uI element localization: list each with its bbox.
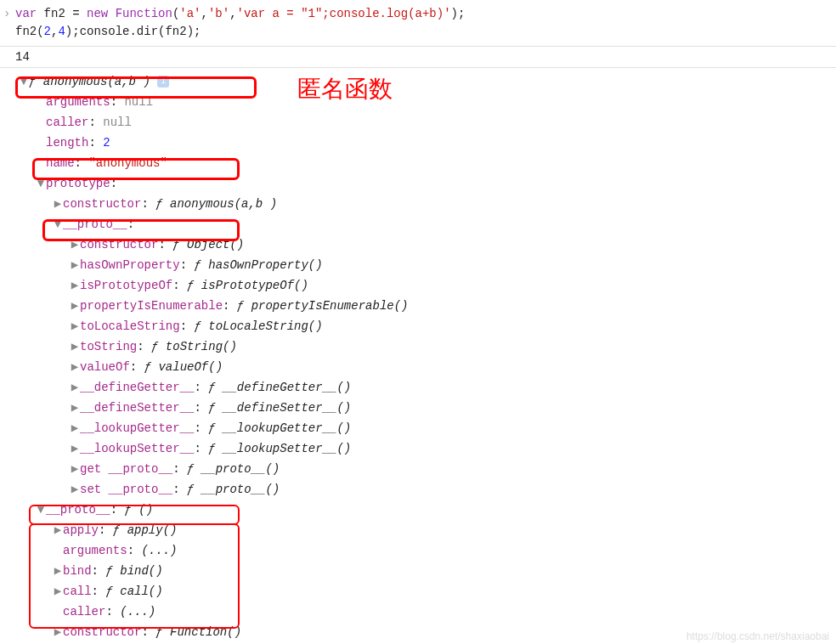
tree-item[interactable]: ▶__defineSetter__: ƒ __defineSetter__() (15, 398, 829, 418)
annotation-label: 匿名函数 (297, 73, 393, 105)
tree-item[interactable]: ▶__lookupSetter__: ƒ __lookupSetter__() (15, 438, 829, 459)
collapse-arrow-icon[interactable]: ▶ (53, 194, 63, 214)
expand-arrow-icon[interactable]: ▼ (19, 71, 29, 92)
tree-root[interactable]: ▼ƒ anonymous(a,b ) i (15, 71, 829, 92)
tree-item[interactable]: ▶apply: ƒ apply() (15, 520, 829, 540)
prompt-icon: › (3, 5, 10, 23)
tree-item[interactable]: ▶__lookupGetter__: ƒ __lookupGetter__() (15, 418, 829, 438)
collapse-arrow-icon[interactable]: ▶ (53, 581, 63, 602)
object-tree: ▼ƒ anonymous(a,b ) i arguments: null cal… (0, 68, 836, 644)
collapse-arrow-icon[interactable]: ▶ (70, 234, 80, 255)
prop-proto[interactable]: ▼__proto__: (15, 214, 829, 234)
tree-item[interactable]: ▶__defineGetter__: ƒ __defineGetter__() (15, 377, 829, 398)
tree-item[interactable]: ▶toString: ƒ toString() (15, 336, 829, 357)
tree-item[interactable]: ▶constructor: ƒ Object() (15, 234, 829, 255)
collapse-arrow-icon[interactable]: ▶ (70, 255, 80, 275)
collapse-arrow-icon[interactable]: ▶ (53, 622, 63, 642)
collapse-arrow-icon[interactable]: ▶ (70, 479, 80, 500)
collapse-arrow-icon[interactable]: ▶ (70, 377, 80, 398)
tree-item[interactable]: ▶set __proto__: ƒ __proto__() (15, 479, 829, 500)
tree-item[interactable]: caller: (...) (15, 602, 829, 622)
tree-item[interactable]: ▶toLocaleString: ƒ toLocaleString() (15, 316, 829, 336)
tree-item[interactable]: ▶call: ƒ call() (15, 581, 829, 602)
expand-arrow-icon[interactable]: ▼ (53, 214, 63, 234)
watermark: https://blog.csdn.net/shaxiaobai (686, 630, 829, 642)
collapse-arrow-icon[interactable]: ▶ (70, 438, 80, 459)
expand-arrow-icon[interactable]: ▼ (36, 173, 46, 194)
collapse-arrow-icon[interactable]: ▶ (70, 275, 80, 296)
collapse-arrow-icon[interactable]: ▶ (70, 316, 80, 336)
prop-arguments[interactable]: arguments: null (15, 92, 829, 112)
prop-length[interactable]: length: 2 (15, 133, 829, 153)
tree-item[interactable]: ▶propertyIsEnumerable: ƒ propertyIsEnume… (15, 296, 829, 316)
console-output: 14 (0, 47, 836, 68)
expand-arrow-icon[interactable]: ▼ (36, 500, 46, 520)
tree-item[interactable]: ▶hasOwnProperty: ƒ hasOwnProperty() (15, 255, 829, 275)
tree-item[interactable]: ▶isPrototypeOf: ƒ isPrototypeOf() (15, 275, 829, 296)
collapse-arrow-icon[interactable]: ▶ (70, 296, 80, 316)
tree-item[interactable]: ▶get __proto__: ƒ __proto__() (15, 459, 829, 479)
prop-name[interactable]: name: "anonymous" (15, 153, 829, 173)
collapse-arrow-icon[interactable]: ▶ (53, 561, 63, 581)
tree-item[interactable]: ▶bind: ƒ bind() (15, 561, 829, 581)
tree-item[interactable]: ▶valueOf: ƒ valueOf() (15, 357, 829, 377)
collapse-arrow-icon[interactable]: ▶ (53, 520, 63, 540)
console-input: › var fn2 = new Function('a','b','var a … (0, 0, 836, 47)
info-icon[interactable]: i (157, 76, 169, 88)
tree-item[interactable]: arguments: (...) (15, 540, 829, 561)
prop-proto2[interactable]: ▼__proto__: ƒ () (15, 500, 829, 520)
prop-prototype[interactable]: ▼prototype: (15, 173, 829, 194)
collapse-arrow-icon[interactable]: ▶ (70, 459, 80, 479)
collapse-arrow-icon[interactable]: ▶ (70, 418, 80, 438)
prop-constructor[interactable]: ▶constructor: ƒ anonymous(a,b ) (15, 194, 829, 214)
collapse-arrow-icon[interactable]: ▶ (70, 398, 80, 418)
collapse-arrow-icon[interactable]: ▶ (70, 357, 80, 377)
collapse-arrow-icon[interactable]: ▶ (70, 336, 80, 357)
prop-caller[interactable]: caller: null (15, 112, 829, 133)
